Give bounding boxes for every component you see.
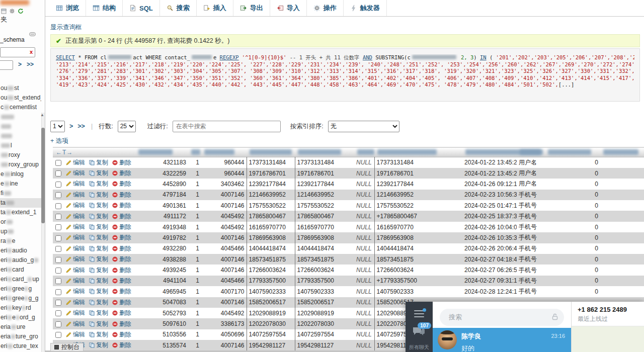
edit-link[interactable]: 编辑 (64, 243, 87, 254)
edit-link[interactable]: 编辑 (64, 265, 87, 275)
tab-triggers[interactable]: 触发器 (344, 0, 387, 16)
scroll-up-icon[interactable]: ▲ (40, 113, 44, 117)
delete-link[interactable]: 删除 (110, 254, 135, 265)
copy-link[interactable]: 复制 (87, 254, 110, 265)
sidebar-table-item[interactable] (0, 131, 41, 141)
delete-link[interactable]: 删除 (110, 232, 135, 243)
sidebar-table-item[interactable]: ta (0, 198, 41, 208)
chat-search-input[interactable]: 搜索 (440, 309, 564, 326)
delete-link[interactable]: 删除 (110, 318, 135, 329)
delete-link[interactable]: 删除 (110, 168, 135, 179)
copy-link[interactable]: 复制 (87, 265, 110, 275)
edit-link[interactable]: 编辑 (64, 190, 87, 200)
row-checkbox[interactable] (55, 203, 61, 209)
options-toggle-link[interactable]: + 选项 (50, 137, 68, 145)
copy-link[interactable]: 复制 (87, 243, 110, 254)
row-checkbox[interactable] (55, 278, 61, 284)
refresh-icon[interactable] (18, 7, 24, 16)
sidebar-table-item[interactable]: ericard_up (0, 275, 41, 284)
edit-link[interactable]: 编辑 (64, 222, 87, 232)
last-page-link[interactable]: >> (77, 123, 85, 130)
page-select[interactable]: 1 (50, 121, 65, 132)
row-checkbox[interactable] (55, 182, 61, 188)
edit-link[interactable]: 编辑 (64, 318, 87, 329)
sidebar-table-item[interactable]: eriaudio (0, 246, 41, 255)
sidebar-table-item[interactable]: fi (0, 189, 41, 198)
edit-link[interactable]: 编辑 (64, 308, 87, 318)
copy-link[interactable]: 复制 (87, 190, 110, 200)
edit-link[interactable]: 编辑 (64, 200, 87, 211)
copy-link[interactable]: 复制 (87, 329, 110, 340)
header-toggle-arrows[interactable]: ←T→ (53, 147, 135, 157)
sort-select[interactable]: 无 (328, 121, 399, 132)
delete-link[interactable]: 删除 (110, 265, 135, 275)
row-checkbox[interactable] (55, 332, 61, 338)
copy-link[interactable]: 复制 (87, 340, 110, 350)
sidebar-table-item[interactable]: rae (0, 236, 41, 246)
edit-link[interactable]: 编辑 (64, 329, 87, 340)
copy-link[interactable]: 复制 (87, 168, 110, 179)
copy-link[interactable]: 复制 (87, 297, 110, 308)
copy-link[interactable]: 复制 (87, 179, 110, 189)
sidebar-table-item[interactable]: eriature_gro (0, 332, 41, 341)
sidebar-table-item[interactable]: ccementlist (0, 103, 41, 112)
delete-link[interactable]: 删除 (110, 157, 135, 168)
row-checkbox[interactable] (55, 310, 61, 316)
delete-link[interactable]: 删除 (110, 286, 135, 297)
settings-gear-icon[interactable] (9, 7, 15, 16)
row-checkbox[interactable] (55, 235, 61, 241)
copy-link[interactable]: 复制 (87, 222, 110, 232)
edit-link[interactable]: 编辑 (64, 286, 87, 297)
tab-operations[interactable]: 操作 (307, 0, 344, 16)
row-checkbox[interactable] (55, 224, 61, 230)
copy-link[interactable]: 复制 (87, 200, 110, 211)
row-checkbox[interactable] (55, 300, 61, 306)
sidebar-table-item[interactable]: ericard (0, 265, 41, 275)
delete-link[interactable]: 删除 (110, 179, 135, 189)
row-checkbox[interactable] (55, 246, 61, 252)
row-checkbox[interactable] (55, 321, 61, 327)
chat-header[interactable]: +1 862 215 2489 最近上线过 (572, 302, 644, 326)
sidebar-table-item[interactable]: ericture_tex (0, 341, 41, 351)
delete-link[interactable]: 删除 (110, 190, 135, 200)
clear-search-icon[interactable]: x (30, 49, 33, 55)
edit-link[interactable]: 编辑 (64, 297, 87, 308)
next-page-link[interactable]: > (69, 123, 73, 130)
sidebar-table-item[interactable] (0, 122, 41, 131)
sidebar-table-item[interactable]: up (0, 227, 41, 236)
delete-link[interactable]: 删除 (110, 243, 135, 254)
sidebar-table-item[interactable]: roxy (0, 150, 41, 160)
edit-link[interactable]: 编辑 (64, 276, 87, 286)
sidebar-table-item[interactable]: eine (0, 179, 41, 189)
copy-link[interactable]: 复制 (87, 211, 110, 221)
delete-link[interactable]: 删除 (110, 211, 135, 221)
filter-input[interactable] (173, 121, 281, 132)
copy-link[interactable]: 复制 (87, 286, 110, 297)
sidebar-table-item[interactable]: erieord_g (0, 313, 41, 322)
sidebar-table-item[interactable]: roxy_group (0, 160, 41, 169)
tab-search[interactable]: 搜索 (160, 0, 197, 16)
row-checkbox[interactable] (55, 170, 61, 177)
delete-link[interactable]: 删除 (110, 308, 135, 318)
rows-select[interactable]: 25 (118, 121, 136, 132)
delete-link[interactable]: 删除 (110, 200, 135, 211)
copy-link[interactable]: 复制 (87, 232, 110, 243)
copy-link[interactable]: 复制 (87, 157, 110, 168)
sidebar-table-item[interactable]: or (0, 217, 41, 227)
console-toggle[interactable]: 控制台 (50, 343, 84, 351)
copy-link[interactable]: 复制 (87, 276, 110, 286)
tab-structure[interactable]: 结构 (86, 0, 123, 16)
menu-icon[interactable] (414, 310, 424, 319)
sidebar-table-item[interactable]: eriaure (0, 322, 41, 332)
edit-link[interactable]: 编辑 (64, 157, 87, 168)
chat-list-item[interactable]: 陈学良 好的 23:16 (433, 328, 571, 352)
row-checkbox[interactable] (55, 160, 61, 166)
sidebar-table-item[interactable]: erigreeg (0, 284, 41, 294)
delete-link[interactable]: 删除 (110, 329, 135, 340)
delete-link[interactable]: 删除 (110, 276, 135, 286)
edit-link[interactable]: 编辑 (64, 179, 87, 189)
all-chats-label[interactable]: 所有聊天 (406, 344, 433, 351)
row-checkbox[interactable] (55, 268, 61, 274)
delete-link[interactable]: 删除 (110, 297, 135, 308)
tab-browse[interactable]: 浏览 (49, 0, 86, 16)
